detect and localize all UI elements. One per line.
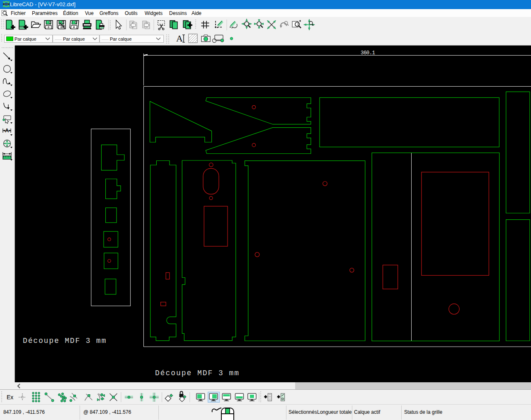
svg-text:Ex: Ex xyxy=(7,394,13,401)
svg-text:Découpe MDF 3 mm: Découpe MDF 3 mm xyxy=(23,337,107,345)
svg-text:A: A xyxy=(176,33,183,44)
svg-text:Découpe MDF 3 mm: Découpe MDF 3 mm xyxy=(155,369,240,377)
svg-text:360.1: 360.1 xyxy=(361,50,375,56)
